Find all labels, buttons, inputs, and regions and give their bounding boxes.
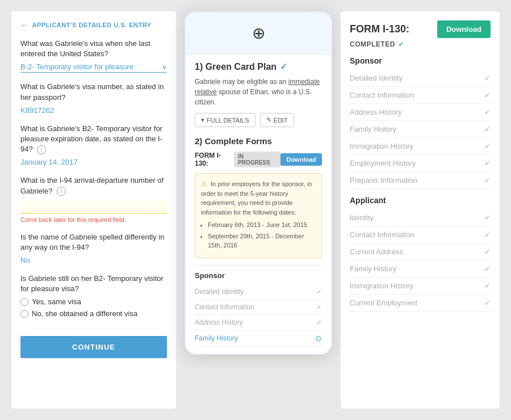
full-details-button[interactable]: ▾ FULL DETAILS (195, 113, 256, 127)
answer-value-q1: B-2- Temporary visitor for pleasure (20, 62, 133, 71)
right-checklist-applicant-contact[interactable]: Contact Information ✓ (350, 226, 491, 243)
checklist-contact-info[interactable]: Contact Information ✓ (195, 300, 322, 315)
right-check-icon-6: ✓ (484, 159, 491, 167)
right-checklist-current-employment[interactable]: Current Employment ✓ (350, 295, 491, 312)
warning-date-2: September 29th, 2015 - December 15th, 20… (208, 232, 316, 250)
check-icon-2: ✓ (316, 303, 322, 311)
chevron-down-icon: ∨ (162, 63, 167, 71)
question-text-q5: Is the name of Gabriele spelled differen… (20, 232, 167, 253)
warning-dates-list: February 6th, 2013 - June 1st, 2015 Sept… (201, 220, 316, 250)
plan-check-icon: ✓ (280, 61, 287, 72)
green-card-plan-title: 1) Green Card Plan ✓ (195, 61, 322, 72)
view-icon: ⊙ (315, 334, 322, 343)
checklist-family-history[interactable]: Family History ⊙ (195, 330, 322, 347)
question-text-q2: What is Gabriele's visa number, as state… (20, 82, 167, 102)
plan-actions: ▾ FULL DETAILS ✎ EDIT (195, 113, 322, 127)
right-checklist-current-address[interactable]: Current Address ✓ (350, 243, 491, 261)
error-text-q4: Come back later for this required field. (20, 216, 167, 223)
right-check-icon-5: ✓ (484, 142, 491, 150)
sponsor-section-title: Sponsor (195, 271, 322, 280)
radio-label-no: No, she obtained a different visa (32, 309, 137, 318)
answer-value-q2: K8917262 (20, 106, 167, 115)
i94-input[interactable] (20, 200, 167, 214)
right-checklist-family-history[interactable]: Family History ✓ (350, 121, 491, 138)
edit-button[interactable]: ✎ EDIT (260, 113, 294, 127)
question-block-q2: What is Gabriele's visa number, as state… (20, 82, 167, 114)
completed-check-icon: ✓ (398, 40, 404, 48)
right-checklist-address-history[interactable]: Address History ✓ (350, 104, 491, 121)
complete-forms-title: 2) Complete Forms (195, 136, 322, 146)
left-panel: ← APPLICANT'S DETAILED U.S. ENTRY What w… (11, 11, 176, 409)
right-panel: FORM I-130: Download COMPLETED ✓ Sponsor… (341, 11, 500, 409)
compass-icon: ⊕ (195, 24, 322, 43)
radio-option-yes[interactable]: Yes, same visa (20, 297, 167, 306)
form-i130-title: FORM I-130: (350, 23, 409, 35)
phone-header: ⊕ (186, 12, 331, 54)
question-block-q3: What is Gabriele's B2- Temporary visitor… (20, 124, 167, 167)
right-checklist-detailed-identity[interactable]: Detailed Identity ✓ (350, 70, 491, 87)
right-checklist-preparer-info[interactable]: Preparer Information ✓ (350, 172, 491, 189)
right-checklist-applicant-immigration[interactable]: Immigration History ✓ (350, 278, 491, 295)
form-header: FORM I-130: Download (350, 20, 491, 38)
divider (195, 265, 322, 266)
form-i130-label: FORM I-130: (195, 152, 234, 167)
back-arrow-icon: ← (20, 20, 29, 30)
right-check-icon-a3: ✓ (484, 247, 491, 256)
question-text-q1: What was Gabriele's visa when she last e… (20, 39, 167, 59)
right-checklist-applicant-family[interactable]: Family History ✓ (350, 261, 491, 278)
middle-panel: ⊕ 1) Green Card Plan ✓ Gabriele may be e… (176, 11, 341, 409)
answer-dropdown-q1[interactable]: B-2- Temporary visitor for pleasure ∨ (20, 62, 167, 73)
right-check-icon-3: ✓ (484, 108, 491, 116)
applicant-heading: Applicant (350, 196, 491, 205)
right-check-icon-2: ✓ (484, 91, 491, 99)
radio-circle-yes (20, 298, 28, 306)
edit-icon: ✎ (266, 116, 271, 124)
answer-value-q3: January 14, 2017 (20, 158, 167, 166)
form-i130-row: FORM I-130: IN PROGRESS Download (195, 152, 322, 167)
plan-description: Gabriele may be eligible as an immediate… (195, 77, 322, 107)
question-block-q5: Is the name of Gabriele spelled differen… (20, 232, 167, 264)
question-block-q4: What is the I-94 arrival-departure numbe… (20, 175, 167, 222)
question-text-q4: What is the I-94 arrival-departure numbe… (20, 175, 167, 196)
answer-value-q5: No (20, 256, 167, 264)
back-label: APPLICANT'S DETAILED U.S. ENTRY (32, 22, 152, 28)
right-checklist-contact-info[interactable]: Contact Information ✓ (350, 87, 491, 104)
in-progress-badge: IN PROGRESS (234, 152, 280, 167)
info-icon-q3[interactable]: i (37, 145, 46, 154)
checklist-detailed-identity[interactable]: Detailed Identity ✓ (195, 284, 322, 300)
completed-badge: COMPLETED ✓ (350, 40, 491, 48)
right-check-icon-a1: ✓ (484, 213, 491, 222)
question-text-q3: What is Gabriele's B2- Temporary visitor… (20, 124, 167, 155)
right-check-icon-a4: ✓ (484, 264, 491, 273)
right-checklist-immigration-history[interactable]: Immigration History ✓ (350, 138, 491, 155)
checklist-address-history[interactable]: Address History ✓ (195, 315, 322, 330)
chevron-down-icon-small: ▾ (201, 116, 204, 124)
continue-button[interactable]: CONTINUE (20, 336, 167, 358)
radio-label-yes: Yes, same visa (32, 297, 81, 306)
back-link[interactable]: ← APPLICANT'S DETAILED U.S. ENTRY (20, 20, 167, 30)
right-check-icon-4: ✓ (484, 125, 491, 133)
right-check-icon-a6: ✓ (484, 299, 491, 307)
phone-card: ⊕ 1) Green Card Plan ✓ Gabriele may be e… (185, 11, 332, 355)
right-check-icon-7: ✓ (484, 176, 491, 184)
download-button-small[interactable]: Download (280, 153, 322, 166)
check-icon-1: ✓ (316, 288, 322, 296)
warning-icon: ⚠ (201, 180, 207, 187)
check-icon-3: ✓ (316, 318, 322, 326)
right-check-icon-1: ✓ (484, 74, 491, 82)
right-check-icon-a2: ✓ (484, 230, 491, 239)
radio-group-q6: Yes, same visa No, she obtained a differ… (20, 297, 167, 318)
phone-body: 1) Green Card Plan ✓ Gabriele may be eli… (186, 54, 331, 354)
info-icon-q4[interactable]: i (57, 187, 66, 196)
question-text-q6: Is Gabriele still on her B2- Temporary v… (20, 274, 167, 294)
radio-circle-no (20, 310, 28, 318)
warning-box: ⚠ In prior employers for the sponsor, in… (195, 173, 322, 258)
radio-option-no[interactable]: No, she obtained a different visa (20, 309, 167, 318)
download-button-main[interactable]: Download (437, 20, 491, 38)
warning-date-1: February 6th, 2013 - June 1st, 2015 (208, 220, 316, 230)
right-checklist-applicant-identity[interactable]: Identity ✓ (350, 209, 491, 226)
right-checklist-employment-history[interactable]: Employment History ✓ (350, 155, 491, 172)
right-check-icon-a5: ✓ (484, 282, 491, 290)
question-block-q6: Is Gabriele still on her B2- Temporary v… (20, 274, 167, 318)
question-block-q1: What was Gabriele's visa when she last e… (20, 39, 167, 73)
